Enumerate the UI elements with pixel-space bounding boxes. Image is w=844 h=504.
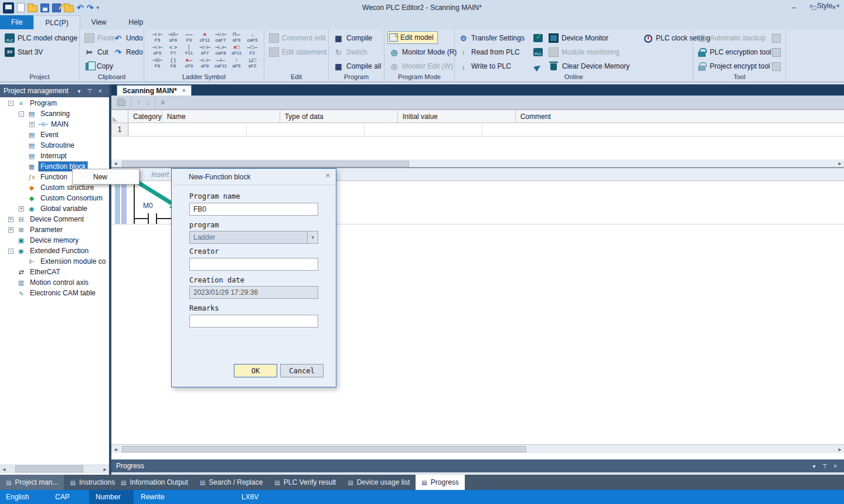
tree-expander-icon[interactable]: -: [19, 111, 24, 117]
bottom-tab[interactable]: ▤ Project man...: [0, 475, 64, 490]
undo-icon[interactable]: ↶: [77, 2, 84, 13]
tree-item[interactable]: + ⊟ Device Comment: [0, 214, 109, 224]
table-column-header[interactable]: Comment: [516, 110, 844, 122]
minimize-button[interactable]: –: [784, 0, 804, 15]
move-down-icon[interactable]: ↓: [146, 98, 150, 107]
export-project-icon[interactable]: [64, 5, 74, 12]
remote-connect-button[interactable]: [533, 60, 547, 73]
ladder-symbol-button[interactable]: ⊓─ sF9: [229, 30, 244, 43]
tree-item[interactable]: ⇄ EtherCAT: [0, 267, 109, 277]
tree-expander-icon[interactable]: -: [8, 101, 13, 106]
ladder-symbol-button[interactable]: ×□ sF11: [229, 43, 244, 56]
program-type-dropdown[interactable]: Ladder ▾: [189, 231, 318, 244]
redo-icon[interactable]: ↷: [87, 2, 94, 13]
panel-pin-icon[interactable]: ⊤: [819, 463, 830, 469]
table-horizontal-scrollbar[interactable]: ◂ ▸: [111, 159, 844, 168]
ribbon-tab[interactable]: Help: [117, 15, 154, 29]
scroll-right-icon[interactable]: ▸: [836, 446, 844, 452]
tool-extra-1-button[interactable]: [772, 32, 784, 45]
redo-button[interactable]: ↷ Redo: [113, 46, 143, 59]
ladder-symbol-button[interactable]: ⊣↑⊢ caF7: [213, 30, 229, 43]
ladder-symbol-button[interactable]: < > F7: [165, 43, 181, 56]
tree-item[interactable]: - ≡ Program: [0, 98, 109, 108]
automatic-backup-button[interactable]: Automatic backup: [697, 32, 765, 45]
table-cell[interactable]: [129, 123, 247, 136]
project-encrypt-tool-button[interactable]: Project encrypt tool: [697, 60, 770, 73]
plc-search-button[interactable]: [533, 46, 546, 59]
panel-close-icon[interactable]: ×: [830, 463, 840, 469]
remarks-input[interactable]: [189, 315, 318, 328]
tree-item[interactable]: ⊩ Extension module co: [0, 256, 109, 267]
read-from-plc-button[interactable]: ↑ Read from PLC: [458, 46, 520, 59]
tree-item[interactable]: + ⊣⊢ MAIN: [0, 119, 109, 130]
tree-expander-icon[interactable]: +: [8, 217, 13, 222]
tree-item[interactable]: ▥ Motion control axis: [0, 277, 109, 288]
style-control[interactable]: ∧ Style ▾: [809, 2, 839, 10]
save-icon[interactable]: [40, 4, 49, 12]
bottom-tab[interactable]: ▤ Information Output: [115, 475, 194, 490]
scroll-left-icon[interactable]: ◂: [111, 446, 120, 452]
bottom-tab[interactable]: ▤ PLC Verify result: [268, 475, 342, 490]
toolbar-options-icon[interactable]: ▾: [96, 5, 99, 11]
tree-expander-icon[interactable]: +: [19, 206, 24, 212]
tree-expander-icon[interactable]: +: [8, 227, 13, 233]
tree-item[interactable]: + ⊞ Parameter: [0, 224, 109, 235]
device-monitor-button[interactable]: Device Monitor: [549, 32, 608, 45]
scroll-right-icon[interactable]: ▸: [836, 160, 844, 166]
bottom-tab[interactable]: ▤ Search / Replace: [194, 475, 269, 490]
ok-button[interactable]: OK: [234, 364, 277, 377]
scrollbar-thumb[interactable]: [122, 446, 526, 452]
status-segment[interactable]: LX6V: [234, 490, 844, 504]
plc-verify-button[interactable]: [533, 32, 546, 45]
scroll-right-icon[interactable]: ▸: [101, 466, 109, 472]
sidebar-horizontal-scrollbar[interactable]: ◂ ▸: [0, 464, 109, 474]
scroll-left-icon[interactable]: ◂: [111, 160, 120, 166]
ladder-symbol-button[interactable]: ── F9: [181, 30, 197, 43]
ladder-symbol-button[interactable]: × cF11: [197, 30, 213, 43]
compile-button[interactable]: ▦ Compile: [333, 32, 372, 45]
panel-dropdown-icon[interactable]: ▾: [74, 88, 84, 94]
ladder-symbol-button[interactable]: ─□─ F2: [244, 43, 260, 56]
document-tab-scanning-main[interactable]: Scanning MAIN* ×: [117, 85, 192, 96]
tree-item[interactable]: ∿ Electronic CAM table: [0, 288, 109, 298]
comment-edit-button[interactable]: Comment edit: [269, 32, 326, 45]
ladder-horizontal-scrollbar[interactable]: ◂ ▸: [111, 444, 844, 453]
panel-dropdown-icon[interactable]: ▾: [809, 463, 819, 469]
contact-symbol[interactable]: [156, 213, 157, 224]
tree-item[interactable]: ▤ Subroutine: [0, 140, 109, 151]
bottom-tab[interactable]: ▤ Device usage list: [342, 475, 416, 490]
tree-item[interactable]: - ◉ Extended Function: [0, 246, 109, 256]
program-name-input[interactable]: [189, 203, 318, 216]
scroll-left-icon[interactable]: ◂: [0, 466, 8, 472]
tree-item[interactable]: ▤ Event: [0, 130, 109, 140]
ladder-symbol-button[interactable]: ⊣ ⊢ sF5: [149, 43, 165, 56]
switch-button[interactable]: ↻ Switch: [333, 46, 367, 59]
plc-encryption-tool-button[interactable]: PLC encryption tool: [697, 46, 771, 59]
clear-device-memory-button[interactable]: Clear Device Memory: [549, 60, 629, 73]
save-as-icon[interactable]: [52, 4, 61, 12]
ladder-symbol-button[interactable]: ⊣↓⊢ sF8: [197, 56, 213, 69]
tool-extra-2-button[interactable]: [772, 46, 784, 59]
open-project-icon[interactable]: [28, 5, 38, 12]
dialog-close-icon[interactable]: ×: [325, 171, 330, 180]
collapse-ribbon-icon[interactable]: ∧: [809, 3, 813, 9]
table-cell[interactable]: [247, 123, 365, 136]
bottom-tab[interactable]: ▤ Progress: [416, 475, 464, 490]
compile-all-button[interactable]: ▦ Compile all: [333, 60, 381, 73]
document-tab-close-icon[interactable]: ×: [182, 87, 186, 94]
status-segment[interactable]: Number: [89, 490, 134, 504]
dropdown-arrow-icon[interactable]: ▾: [307, 231, 318, 243]
bottom-tab[interactable]: ▤ Instructions: [64, 475, 121, 490]
ladder-symbol-button[interactable]: ↓ caF5: [244, 30, 260, 43]
tree-item[interactable]: - ▤ Scanning: [0, 108, 109, 119]
row-number-cell[interactable]: 1: [111, 123, 128, 136]
ladder-symbol-button[interactable]: ⊣↓⊢ caF8: [213, 43, 229, 56]
ladder-symbol-button[interactable]: ×─ cF9: [181, 56, 197, 69]
delete-row-icon[interactable]: ×: [161, 98, 165, 107]
table-column-header[interactable]: Name: [162, 110, 280, 122]
edit-statement-button[interactable]: Edit statement: [269, 46, 327, 59]
context-menu-item-new[interactable]: New: [73, 169, 139, 184]
ladder-symbol-button[interactable]: ⊣↑⊢ sF7: [197, 43, 213, 56]
ribbon-tab[interactable]: File: [0, 15, 33, 29]
panel-pin-icon[interactable]: ⊤: [84, 88, 95, 94]
